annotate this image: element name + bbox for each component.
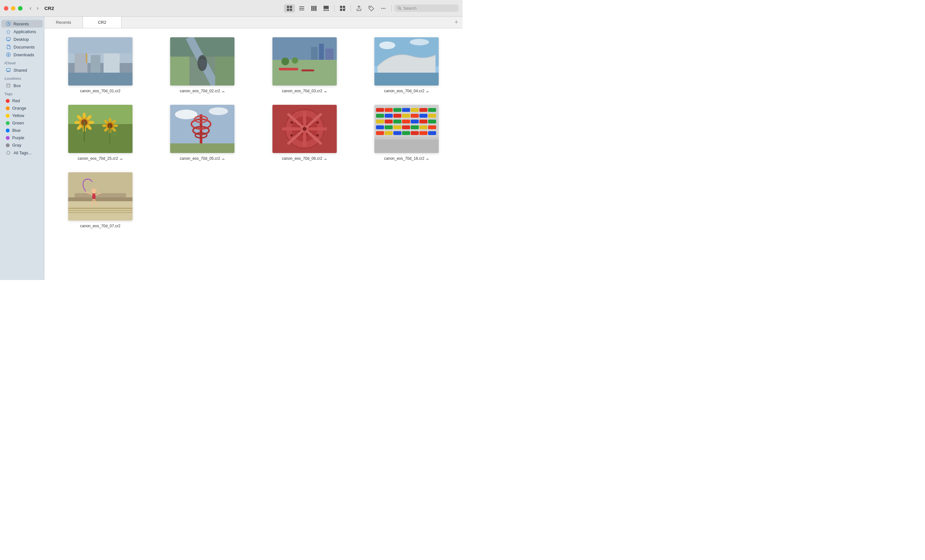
sidebar-item-green[interactable]: Green: [1, 119, 43, 126]
list-item[interactable]: canon_eos_70d_06.cr2 ☁: [258, 102, 351, 163]
sidebar-item-yellow[interactable]: Yellow: [1, 112, 43, 119]
separator: [334, 5, 334, 12]
list-item[interactable]: canon_eos_70d_18.cr2 ☁: [360, 102, 453, 163]
search-box[interactable]: [394, 5, 459, 12]
svg-rect-3: [290, 9, 292, 11]
sidebar-item-downloads[interactable]: Downloads: [1, 51, 43, 59]
sidebar-item-label: Recents: [14, 21, 29, 26]
svg-rect-149: [68, 212, 133, 213]
svg-rect-50: [325, 48, 333, 60]
list-item[interactable]: canon_eos_70d_04.cr2 ☁: [360, 35, 453, 96]
tab-recents[interactable]: Recents: [44, 17, 83, 28]
svg-point-22: [385, 8, 386, 9]
tag-label: Red: [12, 98, 20, 103]
svg-rect-1: [290, 6, 292, 8]
svg-rect-112: [402, 108, 410, 112]
svg-rect-9: [315, 6, 316, 11]
tag-label: Gray: [12, 143, 21, 148]
icloud-badge-icon: ☁: [221, 89, 225, 93]
svg-rect-51: [279, 68, 298, 71]
svg-rect-118: [393, 114, 401, 117]
sidebar-item-desktop[interactable]: Desktop: [1, 35, 43, 43]
svg-rect-48: [311, 47, 318, 60]
close-button[interactable]: [4, 6, 8, 11]
svg-rect-123: [376, 120, 384, 123]
view-icon-grid-button[interactable]: [284, 4, 295, 12]
view-gallery-button[interactable]: [321, 4, 331, 12]
sidebar-item-recents[interactable]: Recents: [1, 20, 43, 28]
svg-rect-138: [385, 131, 393, 135]
file-name: canon_eos_70d_06.cr2 ☁: [282, 156, 327, 161]
icloud-badge-icon: ☁: [425, 89, 429, 93]
more-button[interactable]: [378, 4, 389, 12]
tab-cr2[interactable]: CR2: [83, 17, 122, 28]
minimize-button[interactable]: [11, 6, 15, 11]
sidebar-item-red[interactable]: Red: [1, 97, 43, 104]
svg-rect-125: [393, 120, 401, 123]
sidebar-item-label: Applications: [14, 29, 36, 34]
svg-rect-17: [343, 9, 345, 11]
svg-rect-132: [393, 125, 401, 129]
search-input[interactable]: [403, 6, 455, 11]
orange-dot: [6, 106, 10, 110]
icloud-badge-icon: ☁: [324, 89, 327, 93]
list-item[interactable]: canon_eos_70d_03.cr2 ☁: [258, 35, 351, 96]
svg-rect-113: [411, 108, 419, 112]
sidebar-item-all-tags[interactable]: All Tags...: [1, 149, 43, 157]
box-icon: [6, 83, 11, 88]
group-icon: [340, 6, 345, 11]
columns-icon: [311, 6, 317, 11]
sidebar-item-purple[interactable]: Purple: [1, 134, 43, 142]
sidebar-item-blue[interactable]: Blue: [1, 126, 43, 134]
purple-dot: [6, 136, 10, 140]
svg-rect-39: [68, 73, 133, 86]
svg-rect-27: [6, 68, 10, 71]
tag-label: Blue: [12, 128, 21, 133]
svg-rect-126: [402, 120, 410, 123]
share-icon: [356, 6, 362, 11]
grid-container: canon_eos_70d_01.cr2: [54, 35, 453, 231]
list-item[interactable]: canon_eos_70d_02.cr2 ☁: [156, 35, 249, 96]
file-thumbnail: [170, 37, 235, 86]
svg-rect-127: [411, 120, 419, 123]
share-button[interactable]: [354, 4, 365, 12]
view-list-button[interactable]: [296, 4, 307, 12]
sidebar-item-applications[interactable]: Applications: [1, 28, 43, 35]
file-thumbnail: [374, 105, 439, 153]
svg-rect-154: [92, 194, 95, 199]
svg-rect-136: [428, 125, 436, 129]
svg-point-21: [383, 8, 384, 9]
svg-point-71: [74, 121, 80, 124]
svg-rect-5: [299, 8, 304, 9]
sidebar-item-shared[interactable]: Shared: [1, 66, 43, 74]
gallery-icon: [323, 6, 329, 11]
sidebar-item-documents[interactable]: Documents: [1, 43, 43, 51]
back-button[interactable]: ‹: [28, 4, 33, 12]
sidebar-item-orange[interactable]: Orange: [1, 104, 43, 112]
svg-rect-2: [287, 9, 289, 11]
view-columns-button[interactable]: [309, 4, 319, 12]
icloud-badge-icon: ☁: [425, 157, 429, 161]
list-item[interactable]: canon_eos_70d_05.cr2 ☁: [156, 102, 249, 163]
sidebar-item-box[interactable]: Box: [1, 82, 43, 89]
sidebar-item-gray[interactable]: Gray: [1, 142, 43, 149]
svg-rect-116: [376, 114, 384, 117]
tag-label: All Tags...: [14, 151, 32, 155]
svg-point-20: [381, 8, 383, 9]
tag-button[interactable]: [366, 4, 377, 12]
main-layout: Recents Applications Desktop: [0, 17, 462, 280]
group-button[interactable]: [337, 4, 348, 12]
svg-rect-122: [428, 114, 436, 117]
icloud-badge-icon: ☁: [324, 157, 327, 161]
svg-rect-32: [75, 50, 87, 76]
list-item[interactable]: canon_eos_70d_01.cr2: [54, 35, 147, 96]
svg-rect-147: [68, 208, 133, 209]
list-item[interactable]: canon_eos_70d_07.cr2: [54, 170, 147, 231]
fullscreen-button[interactable]: [18, 6, 23, 11]
tab-add-button[interactable]: +: [450, 17, 462, 28]
icloud-section-label: iCloud: [0, 59, 44, 66]
list-item[interactable]: canon_eos_70d_25.cr2 ☁: [54, 102, 147, 163]
svg-rect-120: [411, 114, 419, 117]
svg-point-53: [282, 57, 289, 65]
forward-button[interactable]: ›: [35, 4, 41, 12]
